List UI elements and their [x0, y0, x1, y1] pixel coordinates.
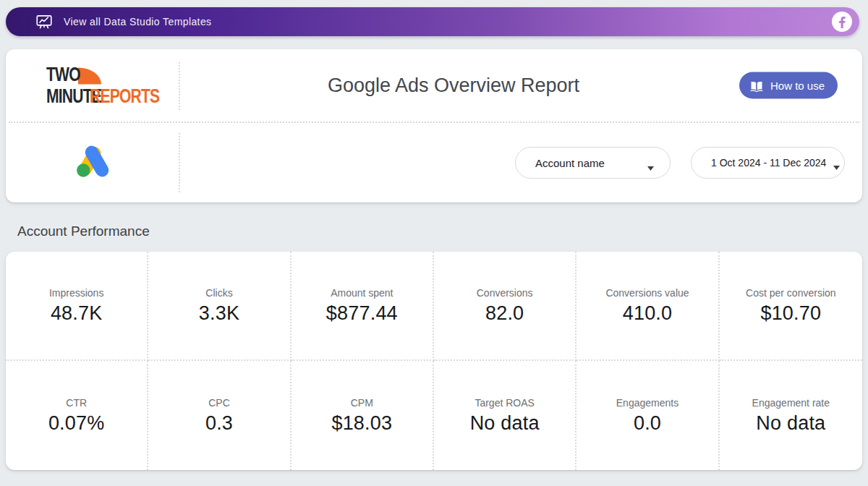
logo-quarter-circle-shape	[78, 68, 101, 85]
metric-label: Engagement rate	[752, 397, 830, 409]
metrics-grid: Impressions 48.7K Clicks 3.3K Amount spe…	[6, 252, 862, 470]
chevron-down-icon	[833, 161, 840, 165]
metric-value: 0.07%	[48, 412, 105, 435]
chevron-down-icon	[647, 161, 654, 165]
logo-word-reports: REPORTS	[90, 87, 159, 106]
two-minute-reports-logo: TWO MINUTEREPORTS	[46, 65, 151, 106]
metric-label: Conversions value	[605, 287, 689, 299]
metric-value: $18.03	[331, 412, 392, 435]
metric-label: Amount spent	[331, 287, 393, 299]
account-performance-card: Impressions 48.7K Clicks 3.3K Amount spe…	[6, 252, 862, 470]
google-ads-icon	[74, 143, 113, 182]
templates-banner[interactable]: View all Data Studio Templates	[6, 7, 859, 36]
metric-value: 0.0	[634, 412, 661, 435]
metric-value: 48.7K	[51, 302, 103, 325]
header-vertical-divider	[179, 62, 180, 110]
facebook-icon[interactable]	[831, 11, 853, 33]
metric-label: CTR	[66, 397, 87, 409]
metric-value: No data	[756, 412, 825, 435]
metric-label: Clicks	[205, 287, 232, 299]
metric-label: Target ROAS	[475, 397, 534, 409]
account-name-dropdown[interactable]: Account name	[515, 147, 671, 179]
metric-engagements: Engagements 0.0	[576, 361, 719, 470]
metric-conversions: Conversions 82.0	[434, 252, 576, 361]
metric-clicks: Clicks 3.3K	[148, 252, 291, 361]
account-name-value: Account name	[535, 157, 605, 169]
metric-label: Engagements	[616, 397, 678, 409]
metric-value: 410.0	[623, 302, 673, 325]
book-icon	[749, 78, 764, 93]
report-header-card: TWO MINUTEREPORTS Google Ads Overview Re…	[6, 49, 862, 202]
metric-value: $877.44	[326, 302, 398, 325]
page-title: Google Ads Overview Report	[328, 74, 579, 97]
date-range-value: 1 Oct 2024 - 11 Dec 2024	[711, 157, 826, 169]
metric-target-roas: Target ROAS No data	[434, 361, 576, 470]
metric-cpc: CPC 0.3	[148, 361, 291, 470]
metric-ctr: CTR 0.07%	[6, 361, 148, 470]
metric-impressions: Impressions 48.7K	[6, 252, 148, 361]
metric-label: Conversions	[477, 287, 533, 299]
how-to-use-button[interactable]: How to use	[739, 72, 838, 99]
date-range-dropdown[interactable]: 1 Oct 2024 - 11 Dec 2024	[691, 147, 845, 179]
metric-value: 82.0	[485, 302, 524, 325]
metric-value: $10.70	[760, 302, 821, 325]
metric-value: 3.3K	[199, 302, 239, 325]
section-title-account-performance: Account Performance	[17, 223, 150, 239]
metric-cpm: CPM $18.03	[292, 361, 434, 470]
metric-label: Cost per conversion	[746, 287, 836, 299]
header-vertical-divider-2	[179, 133, 180, 192]
logo-word-two: TWO	[46, 65, 80, 85]
banner-label: View all Data Studio Templates	[64, 16, 211, 27]
presentation-chart-icon	[35, 12, 54, 31]
metric-label: Impressions	[49, 287, 103, 299]
how-to-use-label: How to use	[770, 80, 825, 92]
metric-value: 0.3	[205, 412, 233, 435]
metric-cost-per-conversion: Cost per conversion $10.70	[720, 252, 862, 361]
metric-label: CPC	[208, 397, 230, 409]
metric-amount-spent: Amount spent $877.44	[292, 252, 434, 361]
metric-conversions-value: Conversions value 410.0	[576, 252, 719, 361]
metric-label: CPM	[351, 397, 373, 409]
metric-engagement-rate: Engagement rate No data	[720, 361, 862, 470]
metric-value: No data	[470, 412, 540, 435]
